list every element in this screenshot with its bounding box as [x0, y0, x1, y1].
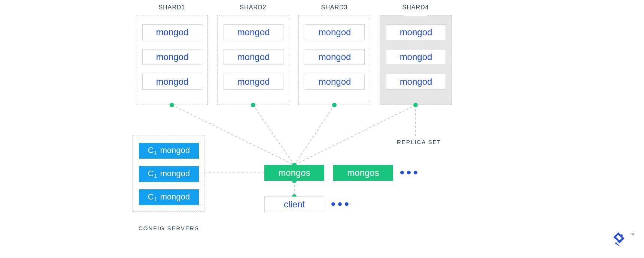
config-mongod-0: C1 mongod	[139, 143, 199, 159]
shard2-box: mongod mongod mongod	[217, 15, 289, 105]
shard3-dot	[332, 103, 337, 107]
shard4-mongod-1: mongod	[386, 49, 446, 65]
mongos-ellipsis: •••	[400, 165, 420, 180]
replica-set-label: REPLICA SET	[397, 139, 441, 145]
shard4-title: SHARD4	[380, 4, 452, 11]
shard2-title: SHARD2	[217, 4, 289, 11]
client-box: client	[264, 196, 324, 212]
shard3-mongod-1: mongod	[305, 49, 365, 65]
shard3-box: mongod mongod mongod	[298, 15, 370, 105]
shard2-mongod-1: mongod	[224, 49, 283, 65]
svg-line-3	[294, 105, 416, 165]
shard1-mongod-1: mongod	[142, 49, 202, 65]
svg-line-1	[253, 105, 294, 165]
shard3-mongod-2: mongod	[305, 74, 365, 90]
shard2-mongod-2: mongod	[224, 74, 283, 90]
client-ellipsis: •••	[331, 196, 351, 211]
config-mongod-1: C1 mongod	[139, 166, 199, 182]
shard4-notch	[404, 15, 427, 16]
mongos-top-dot	[292, 163, 297, 167]
config-box: C1 mongod C1 mongod C1 mongod	[133, 135, 204, 212]
shard4-box: mongod mongod mongod	[380, 15, 452, 105]
config-servers-label: CONFIG SERVERS	[139, 225, 199, 231]
shard1-title: SHARD1	[136, 4, 208, 11]
mongos-bottom-dot	[292, 178, 297, 183]
trademark-symbol: ™	[630, 232, 634, 237]
shard4-mongod-0: mongod	[386, 24, 446, 40]
shard4-dot	[413, 103, 418, 107]
shard3-mongod-0: mongod	[305, 24, 365, 40]
config-mongod-2: C1 mongod	[139, 189, 199, 205]
svg-line-2	[294, 105, 334, 165]
shard2-mongod-0: mongod	[224, 24, 283, 40]
shard1-mongod-0: mongod	[142, 24, 202, 40]
shard3-title: SHARD3	[298, 4, 370, 11]
toptal-logo: ™	[610, 229, 636, 251]
shard4-mongod-2: mongod	[386, 74, 446, 90]
shard2-dot	[251, 103, 255, 107]
diagram-canvas: SHARD1 mongod mongod mongod SHARD2 mongo…	[0, 0, 644, 258]
shard1-box: mongod mongod mongod	[136, 15, 208, 105]
shard1-dot	[170, 103, 174, 107]
mongos-1: mongos	[333, 165, 393, 181]
shard1-mongod-2: mongod	[142, 74, 202, 90]
